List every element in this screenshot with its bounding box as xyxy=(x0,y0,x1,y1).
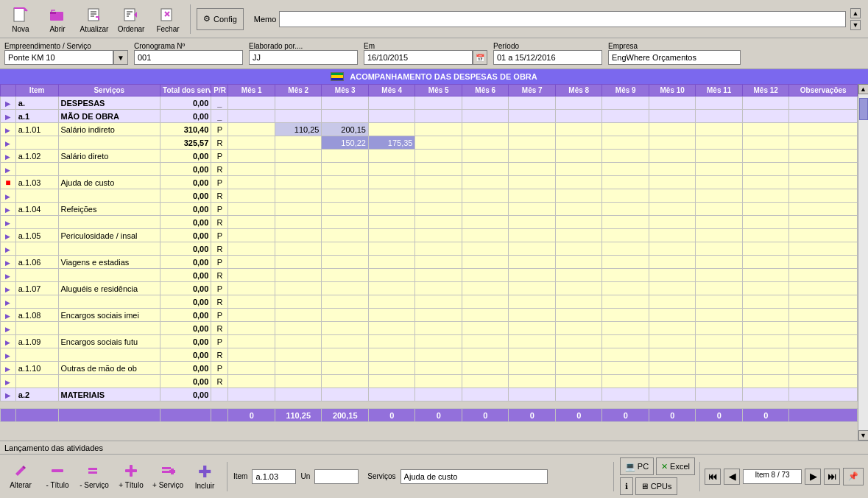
cpus-button[interactable]: 🖥 CPUs xyxy=(635,477,677,495)
row-mes3[interactable] xyxy=(322,362,369,375)
row-mes8[interactable] xyxy=(555,362,602,375)
row-mes8[interactable] xyxy=(555,189,602,203)
row-mes6[interactable] xyxy=(462,136,509,150)
table-row[interactable]: ▶a.1.02Salário direto0,00P xyxy=(1,150,858,163)
row-mes5[interactable] xyxy=(415,163,462,176)
row-mes9[interactable] xyxy=(602,295,649,309)
row-mes11[interactable] xyxy=(696,97,743,110)
row-mes8[interactable] xyxy=(555,176,602,189)
row-mes11[interactable] xyxy=(696,388,743,401)
config-button[interactable]: ⚙ Config xyxy=(197,8,244,30)
row-mes1[interactable] xyxy=(228,322,275,335)
row-mes7[interactable] xyxy=(509,388,556,401)
row-mes3[interactable] xyxy=(322,295,369,309)
row-mes12[interactable] xyxy=(742,189,789,203)
row-mes2[interactable] xyxy=(275,282,322,295)
row-mes2[interactable] xyxy=(275,203,322,216)
row-mes2[interactable] xyxy=(275,348,322,362)
row-mes9[interactable] xyxy=(602,348,649,362)
row-mes11[interactable] xyxy=(696,203,743,216)
table-row[interactable]: ▶0,00R xyxy=(1,295,858,309)
table-row[interactable]: ▶a.1.05Periculosidade / insal0,00P xyxy=(1,229,858,242)
row-mes10[interactable] xyxy=(649,388,696,401)
row-mes3[interactable] xyxy=(322,335,369,348)
row-mes12[interactable] xyxy=(742,229,789,242)
plus-titulo-button[interactable]: + Título xyxy=(115,463,147,489)
row-mes10[interactable] xyxy=(649,269,696,282)
row-mes9[interactable] xyxy=(602,388,649,401)
row-mes6[interactable] xyxy=(462,335,509,348)
row-mes2[interactable] xyxy=(275,269,322,282)
row-mes9[interactable] xyxy=(602,309,649,322)
row-mes1[interactable] xyxy=(228,110,275,123)
row-mes2[interactable]: 110,25 xyxy=(275,123,322,136)
row-mes1[interactable] xyxy=(228,348,275,362)
row-mes6[interactable] xyxy=(462,375,509,388)
row-mes6[interactable] xyxy=(462,189,509,203)
row-mes3[interactable] xyxy=(322,229,369,242)
row-mes3[interactable] xyxy=(322,269,369,282)
abrir-button[interactable]: Abrir xyxy=(41,4,74,33)
row-mes6[interactable] xyxy=(462,176,509,189)
row-mes5[interactable] xyxy=(415,388,462,401)
nav-first-btn[interactable]: ⏮ xyxy=(705,469,721,485)
row-mes8[interactable] xyxy=(555,335,602,348)
row-mes7[interactable] xyxy=(509,123,556,136)
row-mes8[interactable] xyxy=(555,269,602,282)
ordenar-button[interactable]: Ordenar xyxy=(115,4,147,33)
row-mes5[interactable] xyxy=(415,189,462,203)
row-mes1[interactable] xyxy=(228,97,275,110)
row-mes12[interactable] xyxy=(742,282,789,295)
row-mes5[interactable] xyxy=(415,362,462,375)
row-mes12[interactable] xyxy=(742,295,789,309)
row-mes5[interactable] xyxy=(415,229,462,242)
row-mes10[interactable] xyxy=(649,216,696,229)
scroll-up-arrow[interactable]: ▲ xyxy=(850,8,861,18)
row-mes12[interactable] xyxy=(742,362,789,375)
table-row[interactable]: ▶a.1.08Encargos sociais imei0,00P xyxy=(1,309,858,322)
row-mes1[interactable] xyxy=(228,163,275,176)
table-row[interactable]: ▶0,00R xyxy=(1,348,858,362)
row-mes6[interactable] xyxy=(462,242,509,256)
row-mes4[interactable] xyxy=(368,375,415,388)
table-row[interactable]: ▶a.1MÃO DE OBRA0,00_ xyxy=(1,110,858,123)
row-mes7[interactable] xyxy=(509,282,556,295)
row-mes11[interactable] xyxy=(696,256,743,269)
un-field-input[interactable] xyxy=(314,469,359,484)
row-mes2[interactable] xyxy=(275,163,322,176)
elaborado-input[interactable] xyxy=(249,50,358,65)
row-mes9[interactable] xyxy=(602,163,649,176)
row-mes7[interactable] xyxy=(509,203,556,216)
row-mes1[interactable] xyxy=(228,335,275,348)
row-mes2[interactable] xyxy=(275,295,322,309)
row-mes5[interactable] xyxy=(415,136,462,150)
row-mes8[interactable] xyxy=(555,295,602,309)
row-mes3[interactable] xyxy=(322,375,369,388)
row-mes5[interactable] xyxy=(415,375,462,388)
row-mes7[interactable] xyxy=(509,362,556,375)
row-mes9[interactable] xyxy=(602,335,649,348)
row-mes8[interactable] xyxy=(555,375,602,388)
row-mes5[interactable] xyxy=(415,216,462,229)
row-mes4[interactable] xyxy=(368,362,415,375)
row-mes5[interactable] xyxy=(415,269,462,282)
row-mes1[interactable] xyxy=(228,176,275,189)
row-mes11[interactable] xyxy=(696,123,743,136)
row-mes9[interactable] xyxy=(602,189,649,203)
row-mes2[interactable] xyxy=(275,110,322,123)
fechar-button[interactable]: Fechar xyxy=(152,4,184,33)
pin-button[interactable]: 📌 xyxy=(843,468,864,485)
row-mes12[interactable] xyxy=(742,97,789,110)
row-mes8[interactable] xyxy=(555,282,602,295)
row-mes3[interactable] xyxy=(322,97,369,110)
row-mes8[interactable] xyxy=(555,150,602,163)
row-mes7[interactable] xyxy=(509,322,556,335)
table-row[interactable]: ▶a.1.04Refeições0,00P xyxy=(1,203,858,216)
row-mes11[interactable] xyxy=(696,348,743,362)
row-mes3[interactable] xyxy=(322,176,369,189)
plus-servico-button[interactable]: + Serviço xyxy=(152,463,184,489)
row-mes4[interactable] xyxy=(368,348,415,362)
row-mes3[interactable] xyxy=(322,150,369,163)
row-mes11[interactable] xyxy=(696,216,743,229)
row-mes3[interactable] xyxy=(322,348,369,362)
